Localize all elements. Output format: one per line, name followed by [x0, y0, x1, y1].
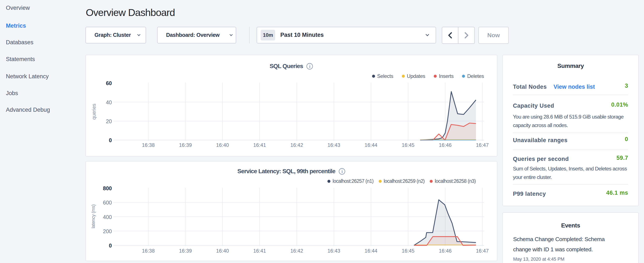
svg-text:40: 40: [106, 99, 112, 105]
svg-text:16:43: 16:43: [328, 248, 340, 254]
svg-text:16:47: 16:47: [476, 142, 489, 148]
svg-text:60: 60: [106, 80, 112, 86]
svg-text:16:44: 16:44: [365, 142, 378, 148]
svg-text:16:39: 16:39: [179, 142, 192, 148]
svg-text:200: 200: [103, 228, 112, 234]
svg-text:latency (ms): latency (ms): [90, 204, 96, 228]
svg-text:16:39: 16:39: [179, 248, 192, 254]
svg-text:600: 600: [103, 200, 112, 205]
svg-text:16:42: 16:42: [290, 248, 303, 254]
svg-text:16:45: 16:45: [402, 142, 414, 148]
svg-text:16:40: 16:40: [216, 248, 229, 254]
svg-text:16:40: 16:40: [216, 142, 229, 148]
svg-text:0: 0: [109, 242, 112, 248]
svg-text:400: 400: [103, 214, 112, 220]
svg-text:16:38: 16:38: [142, 142, 154, 148]
svg-text:16:44: 16:44: [365, 248, 378, 254]
svg-text:0: 0: [109, 137, 112, 143]
svg-text:queries: queries: [91, 104, 97, 120]
svg-text:16:45: 16:45: [402, 248, 414, 254]
svg-text:800: 800: [103, 185, 112, 191]
svg-text:16:41: 16:41: [253, 248, 266, 254]
svg-text:16:38: 16:38: [142, 248, 154, 254]
svg-text:16:43: 16:43: [328, 142, 340, 148]
svg-text:20: 20: [106, 118, 112, 124]
svg-text:16:46: 16:46: [439, 142, 452, 148]
svg-text:16:47: 16:47: [476, 248, 489, 254]
svg-text:16:42: 16:42: [290, 142, 303, 148]
svg-text:16:46: 16:46: [439, 248, 452, 254]
svg-text:16:41: 16:41: [253, 142, 266, 148]
